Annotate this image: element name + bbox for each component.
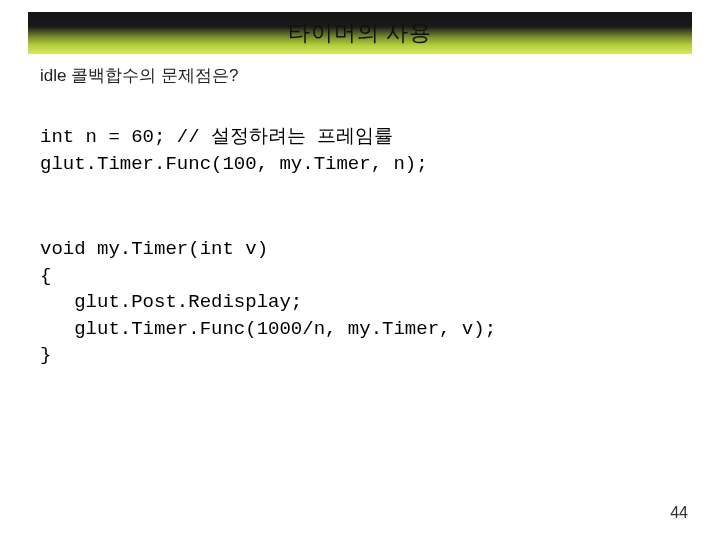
slide: 타이머의 사용 idle 콜백합수의 문제점은? int n = 60; // … bbox=[0, 0, 720, 540]
page-number: 44 bbox=[670, 504, 688, 522]
code-block-2: void my.Timer(int v) { glut.Post.Redispl… bbox=[40, 236, 496, 369]
slide-title: 타이머의 사용 bbox=[288, 18, 433, 48]
title-bar: 타이머의 사용 bbox=[28, 12, 692, 54]
subheading: idle 콜백합수의 문제점은? bbox=[40, 64, 238, 87]
code-block-1: int n = 60; // 설정하려는 프레임률 glut.Timer.Fun… bbox=[40, 124, 428, 177]
